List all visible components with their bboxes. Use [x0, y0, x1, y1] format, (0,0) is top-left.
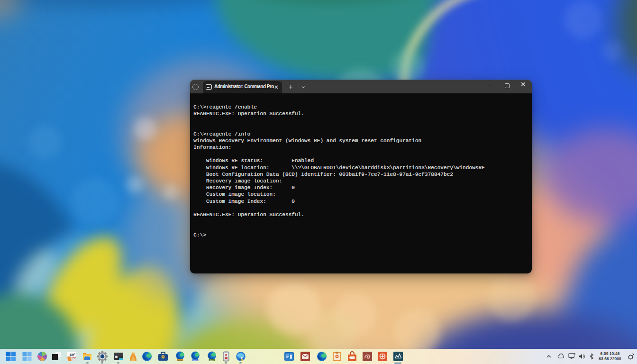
svg-text:betmi: betmi — [178, 359, 182, 361]
svg-text:69°: 69° — [70, 353, 75, 357]
svg-text:bsaen: bsaen — [193, 359, 199, 361]
svg-text:sban: sban — [209, 359, 214, 361]
